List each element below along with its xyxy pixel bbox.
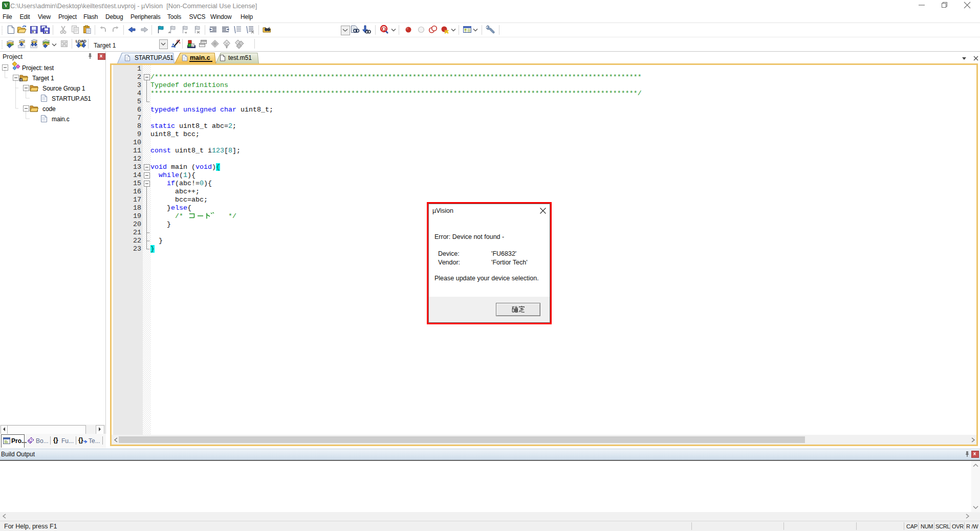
svg-text:Q: Q — [382, 26, 386, 32]
svg-text:V: V — [4, 3, 8, 8]
svg-text:?: ? — [30, 438, 32, 442]
